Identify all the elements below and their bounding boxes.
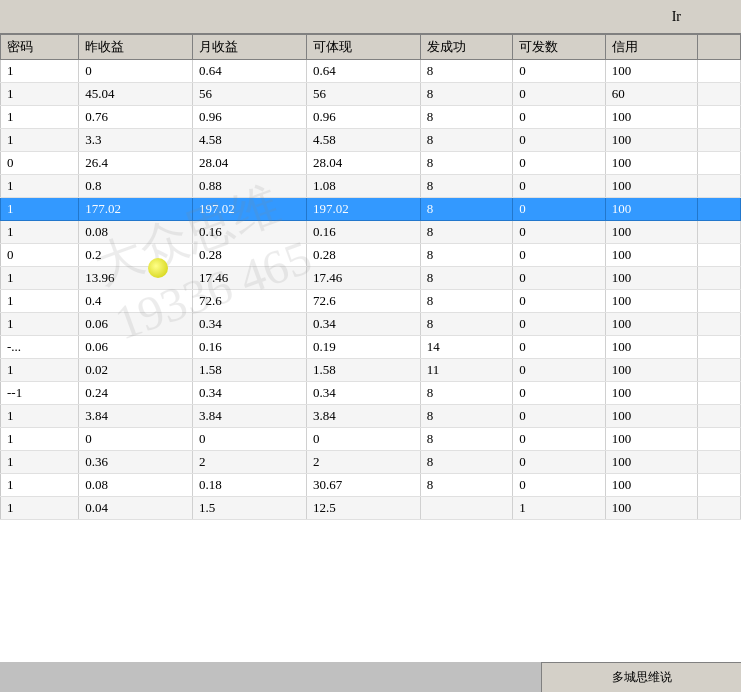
table-cell: 1.08 [306, 175, 420, 198]
table-cell: 17.46 [306, 267, 420, 290]
table-cell: 45.04 [79, 83, 193, 106]
table-cell: 8 [420, 60, 513, 83]
table-cell [698, 60, 741, 83]
table-cell [698, 382, 741, 405]
table-cell: 0.18 [193, 474, 307, 497]
top-bar-label: Ir [672, 9, 681, 25]
table-cell: 8 [420, 83, 513, 106]
table-cell: 8 [420, 267, 513, 290]
table-cell: 100 [605, 405, 698, 428]
col-header-发成功: 发成功 [420, 35, 513, 60]
table-cell: 0 [79, 428, 193, 451]
table-row[interactable]: 026.428.0428.0480100 [1, 152, 741, 175]
table-cell: 100 [605, 106, 698, 129]
table-row[interactable]: 10.080.160.1680100 [1, 221, 741, 244]
table-row[interactable]: 100080100 [1, 428, 741, 451]
table-cell: 100 [605, 336, 698, 359]
table-cell: 0 [513, 221, 606, 244]
table-row[interactable]: 145.0456568060 [1, 83, 741, 106]
table-cell: 0 [513, 152, 606, 175]
table-cell: 0 [193, 428, 307, 451]
table-row[interactable]: 10.362280100 [1, 451, 741, 474]
table-cell [698, 336, 741, 359]
table-row[interactable]: 113.9617.4617.4680100 [1, 267, 741, 290]
table-cell: 1 [1, 83, 79, 106]
table-cell: 1.58 [306, 359, 420, 382]
table-cell: 8 [420, 152, 513, 175]
table-cell: 0.34 [306, 382, 420, 405]
table-cell: 4.58 [306, 129, 420, 152]
table-cell: 100 [605, 382, 698, 405]
bottom-bar: 多城思维说 [541, 662, 741, 692]
table-cell: 0.64 [306, 60, 420, 83]
table-header-row: 密码 昨收益 月收益 可体现 发成功 可发数 信用 [1, 35, 741, 60]
table-row[interactable]: 10.060.340.3480100 [1, 313, 741, 336]
table-cell: 1 [1, 106, 79, 129]
data-table: 密码 昨收益 月收益 可体现 发成功 可发数 信用 100.640.648010… [0, 34, 741, 520]
table-row[interactable]: --10.240.340.3480100 [1, 382, 741, 405]
table-cell: 100 [605, 244, 698, 267]
table-cell [698, 152, 741, 175]
table-cell: 1 [1, 313, 79, 336]
table-cell: 1 [1, 175, 79, 198]
table-cell: 0.76 [79, 106, 193, 129]
table-cell: 1 [1, 451, 79, 474]
table-cell: 0.2 [79, 244, 193, 267]
table-row[interactable]: 10.021.581.58110100 [1, 359, 741, 382]
table-cell: 1 [1, 405, 79, 428]
table-row[interactable]: 10.472.672.680100 [1, 290, 741, 313]
table-cell: 72.6 [306, 290, 420, 313]
table-cell [698, 267, 741, 290]
table-cell: 1 [1, 474, 79, 497]
table-cell: 0.34 [193, 313, 307, 336]
table-cell: 197.02 [193, 198, 307, 221]
table-cell: 0.64 [193, 60, 307, 83]
table-cell: 0 [513, 336, 606, 359]
table-cell: 0.24 [79, 382, 193, 405]
table-row[interactable]: 13.843.843.8480100 [1, 405, 741, 428]
col-header-备 [698, 35, 741, 60]
table-cell: 100 [605, 428, 698, 451]
table-cell: 0 [513, 405, 606, 428]
table-cell: 0.88 [193, 175, 307, 198]
table-cell: 30.67 [306, 474, 420, 497]
table-cell: 1 [1, 221, 79, 244]
table-cell: 0.06 [79, 336, 193, 359]
col-header-昨收益: 昨收益 [79, 35, 193, 60]
table-cell: 0 [513, 198, 606, 221]
table-row[interactable]: 10.760.960.9680100 [1, 106, 741, 129]
table-cell: 0.16 [306, 221, 420, 244]
table-row[interactable]: 10.80.881.0880100 [1, 175, 741, 198]
table-cell: 177.02 [79, 198, 193, 221]
table-cell: 8 [420, 290, 513, 313]
table-row[interactable]: 100.640.6480100 [1, 60, 741, 83]
col-header-密码: 密码 [1, 35, 79, 60]
table-row[interactable]: -...0.060.160.19140100 [1, 336, 741, 359]
table-row[interactable]: 10.080.1830.6780100 [1, 474, 741, 497]
table-cell: 0 [79, 60, 193, 83]
bottom-bar-label: 多城思维说 [612, 669, 672, 686]
table-cell [698, 428, 741, 451]
table-cell: 0.08 [79, 474, 193, 497]
table-row[interactable]: 10.041.512.51100 [1, 497, 741, 520]
table-cell: 100 [605, 129, 698, 152]
table-row[interactable]: 1177.02197.02197.0280100 [1, 198, 741, 221]
table-cell: 0.16 [193, 221, 307, 244]
table-cell: 1.5 [193, 497, 307, 520]
table-cell: 0.06 [79, 313, 193, 336]
table-cell: 2 [193, 451, 307, 474]
table-cell [698, 405, 741, 428]
table-cell: 8 [420, 451, 513, 474]
table-cell: 13.96 [79, 267, 193, 290]
table-cell: 0 [513, 267, 606, 290]
table-cell: 100 [605, 267, 698, 290]
table-row[interactable]: 00.20.280.2880100 [1, 244, 741, 267]
table-cell: 1 [1, 198, 79, 221]
col-header-月收益: 月收益 [193, 35, 307, 60]
top-bar: Ir [0, 0, 741, 34]
table-cell: 100 [605, 497, 698, 520]
table-cell: 12.5 [306, 497, 420, 520]
table-container[interactable]: 密码 昨收益 月收益 可体现 发成功 可发数 信用 100.640.648010… [0, 34, 741, 662]
table-row[interactable]: 13.34.584.5880100 [1, 129, 741, 152]
table-cell: -... [1, 336, 79, 359]
